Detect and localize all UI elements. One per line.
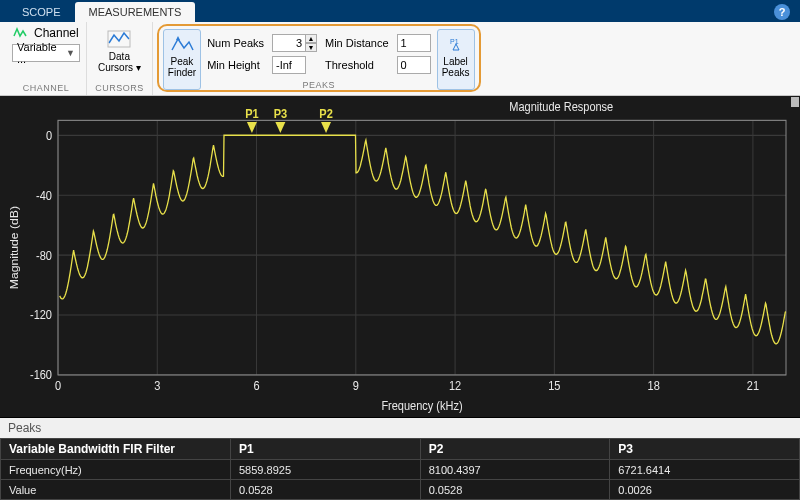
- num-peaks-input[interactable]: [272, 34, 306, 52]
- svg-rect-17: [58, 120, 786, 375]
- svg-marker-36: [275, 122, 285, 133]
- svg-text:12: 12: [449, 379, 461, 393]
- min-distance-label: Min Distance: [325, 37, 389, 49]
- svg-text:P1: P1: [450, 38, 459, 45]
- svg-text:-80: -80: [36, 248, 52, 262]
- tab-measurements[interactable]: MEASUREMENTS: [75, 2, 196, 22]
- num-peaks-label: Num Peaks: [207, 37, 264, 49]
- min-height-label: Min Height: [207, 59, 264, 71]
- toolstrip-group-peaks: PeakFinder Num Peaks ▲▼ Min Distance Min…: [153, 22, 481, 95]
- svg-text:0: 0: [46, 128, 52, 142]
- peak-finder-icon: [168, 32, 196, 56]
- peaks-section: Peaks Variable Bandwidth FIR FilterP1P2P…: [0, 417, 800, 500]
- svg-text:P1: P1: [245, 106, 259, 120]
- svg-text:-120: -120: [30, 308, 52, 322]
- cell: 5859.8925: [231, 460, 421, 480]
- peak-finder-label: PeakFinder: [168, 56, 196, 78]
- table-header: P3: [610, 439, 800, 460]
- svg-text:9: 9: [353, 379, 359, 393]
- channel-icon: [12, 24, 30, 42]
- svg-text:Magnitude (dB): Magnitude (dB): [8, 206, 20, 289]
- svg-text:P2: P2: [319, 106, 332, 120]
- svg-marker-38: [321, 122, 331, 133]
- svg-text:0: 0: [55, 379, 61, 393]
- group-caption-peaks: PEAKS: [159, 80, 479, 90]
- label-peaks-icon: P1: [442, 32, 470, 56]
- svg-text:6: 6: [253, 379, 259, 393]
- data-cursors-button[interactable]: DataCursors ▾: [93, 24, 146, 76]
- group-caption-channel: CHANNEL: [23, 83, 70, 95]
- threshold-input[interactable]: [397, 56, 431, 74]
- svg-text:3: 3: [154, 379, 160, 393]
- svg-text:Frequency (kHz): Frequency (kHz): [381, 399, 462, 413]
- cell: 0.0528: [231, 480, 421, 500]
- cell: 8100.4397: [420, 460, 610, 480]
- min-height-input[interactable]: [272, 56, 306, 74]
- num-peaks-stepper[interactable]: ▲▼: [272, 34, 317, 52]
- svg-text:Magnitude Response: Magnitude Response: [509, 100, 613, 114]
- cursors-icon: [105, 27, 133, 51]
- channel-select-value: Variable ...: [17, 41, 66, 65]
- svg-marker-34: [247, 122, 257, 133]
- svg-marker-1: [176, 36, 180, 40]
- tab-bar: SCOPE MEASUREMENTS ?: [0, 0, 800, 22]
- peaks-table: Variable Bandwidth FIR FilterP1P2P3 Freq…: [0, 438, 800, 500]
- row-label: Frequency(Hz): [1, 460, 231, 480]
- magnitude-plot[interactable]: 036912151821-160-120-80-400Frequency (kH…: [0, 96, 800, 417]
- svg-text:P3: P3: [274, 106, 288, 120]
- peaks-section-title: Peaks: [0, 418, 800, 438]
- threshold-label: Threshold: [325, 59, 389, 71]
- table-header: Variable Bandwidth FIR Filter: [1, 439, 231, 460]
- channel-select[interactable]: Variable ... ▼: [12, 44, 80, 62]
- cell: 0.0528: [420, 480, 610, 500]
- help-button[interactable]: ?: [774, 4, 790, 20]
- data-cursors-label: DataCursors ▾: [98, 51, 141, 73]
- chevron-down-icon[interactable]: ▼: [305, 43, 317, 52]
- tab-scope[interactable]: SCOPE: [8, 2, 75, 22]
- row-label: Value: [1, 480, 231, 500]
- table-row: Value0.05280.05280.0026: [1, 480, 800, 500]
- chevron-down-icon: ▼: [66, 48, 75, 58]
- table-header: P1: [231, 439, 421, 460]
- svg-text:15: 15: [548, 379, 560, 393]
- plot-svg: 036912151821-160-120-80-400Frequency (kH…: [0, 96, 800, 417]
- toolstrip-group-channel: Channel Variable ... ▼ CHANNEL: [6, 22, 87, 95]
- svg-text:-160: -160: [30, 368, 52, 382]
- toolstrip-group-cursors: DataCursors ▾ CURSORS: [87, 22, 153, 95]
- cell: 6721.6414: [610, 460, 800, 480]
- table-row: Frequency(Hz)5859.89258100.43976721.6414: [1, 460, 800, 480]
- toolstrip: Channel Variable ... ▼ CHANNEL DataCurso…: [0, 22, 800, 96]
- svg-text:-40: -40: [36, 188, 52, 202]
- channel-label: Channel: [34, 26, 79, 40]
- label-peaks-label: LabelPeaks: [442, 56, 470, 78]
- group-caption-cursors: CURSORS: [95, 83, 144, 95]
- svg-text:18: 18: [648, 379, 660, 393]
- plot-scroll-handle[interactable]: [791, 97, 799, 107]
- chevron-up-icon[interactable]: ▲: [305, 34, 317, 43]
- min-distance-input[interactable]: [397, 34, 431, 52]
- table-header: P2: [420, 439, 610, 460]
- svg-text:21: 21: [747, 379, 759, 393]
- cell: 0.0026: [610, 480, 800, 500]
